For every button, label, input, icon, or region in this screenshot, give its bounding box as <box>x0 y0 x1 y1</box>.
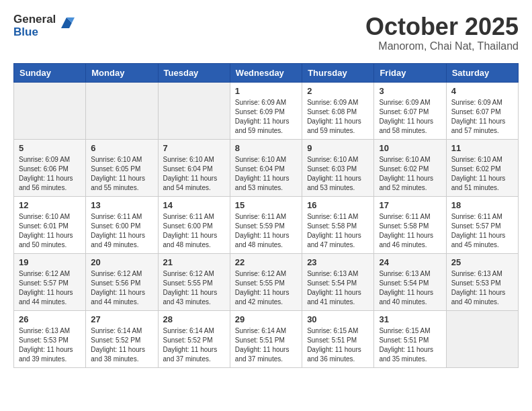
calendar-cell <box>86 82 158 139</box>
calendar-cell: 27Sunrise: 6:14 AM Sunset: 5:52 PM Dayli… <box>86 310 158 367</box>
day-number: 2 <box>307 86 369 96</box>
calendar-cell: 14Sunrise: 6:11 AM Sunset: 6:00 PM Dayli… <box>158 196 230 253</box>
day-number: 12 <box>19 200 81 210</box>
day-number: 27 <box>91 314 152 324</box>
day-info: Sunrise: 6:11 AM Sunset: 5:57 PM Dayligh… <box>451 212 513 250</box>
calendar-cell: 13Sunrise: 6:11 AM Sunset: 6:00 PM Dayli… <box>86 196 158 253</box>
calendar-cell: 6Sunrise: 6:10 AM Sunset: 6:05 PM Daylig… <box>86 139 158 196</box>
day-info: Sunrise: 6:10 AM Sunset: 6:02 PM Dayligh… <box>451 155 513 193</box>
calendar-cell: 25Sunrise: 6:13 AM Sunset: 5:53 PM Dayli… <box>446 253 518 310</box>
day-info: Sunrise: 6:15 AM Sunset: 5:51 PM Dayligh… <box>307 326 369 364</box>
day-info: Sunrise: 6:10 AM Sunset: 6:05 PM Dayligh… <box>91 155 152 193</box>
calendar-cell <box>446 310 518 367</box>
weekday-header-thursday: Thursday <box>302 63 374 82</box>
day-number: 16 <box>307 200 369 210</box>
day-number: 13 <box>91 200 152 210</box>
day-number: 19 <box>19 257 81 267</box>
day-info: Sunrise: 6:09 AM Sunset: 6:07 PM Dayligh… <box>379 98 441 136</box>
day-info: Sunrise: 6:11 AM Sunset: 6:00 PM Dayligh… <box>91 212 152 250</box>
calendar-cell: 9Sunrise: 6:10 AM Sunset: 6:03 PM Daylig… <box>302 139 374 196</box>
day-info: Sunrise: 6:09 AM Sunset: 6:08 PM Dayligh… <box>307 98 369 136</box>
day-number: 7 <box>163 143 225 153</box>
calendar-cell <box>158 82 230 139</box>
location: Manorom, Chai Nat, Thailand <box>365 40 519 52</box>
title-section: October 2025 Manorom, Chai Nat, Thailand <box>365 13 519 52</box>
logo: General Blue <box>13 13 75 38</box>
day-number: 3 <box>379 86 441 96</box>
day-number: 25 <box>451 257 513 267</box>
calendar-cell: 16Sunrise: 6:11 AM Sunset: 5:58 PM Dayli… <box>302 196 374 253</box>
day-info: Sunrise: 6:10 AM Sunset: 6:02 PM Dayligh… <box>379 155 441 193</box>
day-number: 18 <box>451 200 513 210</box>
week-row-2: 5Sunrise: 6:09 AM Sunset: 6:06 PM Daylig… <box>14 139 519 196</box>
day-info: Sunrise: 6:15 AM Sunset: 5:51 PM Dayligh… <box>379 326 441 364</box>
day-number: 17 <box>379 200 441 210</box>
calendar-cell: 30Sunrise: 6:15 AM Sunset: 5:51 PM Dayli… <box>302 310 374 367</box>
calendar-cell: 29Sunrise: 6:14 AM Sunset: 5:51 PM Dayli… <box>230 310 302 367</box>
day-info: Sunrise: 6:13 AM Sunset: 5:54 PM Dayligh… <box>307 269 369 307</box>
day-info: Sunrise: 6:11 AM Sunset: 5:59 PM Dayligh… <box>235 212 297 250</box>
calendar-cell: 19Sunrise: 6:12 AM Sunset: 5:57 PM Dayli… <box>14 253 86 310</box>
day-number: 20 <box>91 257 152 267</box>
day-number: 6 <box>91 143 152 153</box>
day-number: 26 <box>19 314 81 324</box>
day-info: Sunrise: 6:14 AM Sunset: 5:51 PM Dayligh… <box>235 326 297 364</box>
day-number: 23 <box>307 257 369 267</box>
day-info: Sunrise: 6:14 AM Sunset: 5:52 PM Dayligh… <box>91 326 152 364</box>
calendar-cell: 8Sunrise: 6:10 AM Sunset: 6:04 PM Daylig… <box>230 139 302 196</box>
calendar-header: SundayMondayTuesdayWednesdayThursdayFrid… <box>14 63 519 82</box>
calendar-cell: 17Sunrise: 6:11 AM Sunset: 5:58 PM Dayli… <box>374 196 446 253</box>
day-number: 10 <box>379 143 441 153</box>
weekday-row: SundayMondayTuesdayWednesdayThursdayFrid… <box>14 63 519 82</box>
weekday-header-wednesday: Wednesday <box>230 63 302 82</box>
day-number: 22 <box>235 257 297 267</box>
day-info: Sunrise: 6:11 AM Sunset: 5:58 PM Dayligh… <box>379 212 441 250</box>
day-info: Sunrise: 6:10 AM Sunset: 6:03 PM Dayligh… <box>307 155 369 193</box>
calendar-cell: 20Sunrise: 6:12 AM Sunset: 5:56 PM Dayli… <box>86 253 158 310</box>
calendar-cell: 7Sunrise: 6:10 AM Sunset: 6:04 PM Daylig… <box>158 139 230 196</box>
day-number: 4 <box>451 86 513 96</box>
day-info: Sunrise: 6:09 AM Sunset: 6:06 PM Dayligh… <box>19 155 81 193</box>
weekday-header-friday: Friday <box>374 63 446 82</box>
weekday-header-saturday: Saturday <box>446 63 518 82</box>
week-row-4: 19Sunrise: 6:12 AM Sunset: 5:57 PM Dayli… <box>14 253 519 310</box>
calendar-cell: 15Sunrise: 6:11 AM Sunset: 5:59 PM Dayli… <box>230 196 302 253</box>
week-row-5: 26Sunrise: 6:13 AM Sunset: 5:53 PM Dayli… <box>14 310 519 367</box>
day-number: 24 <box>379 257 441 267</box>
day-info: Sunrise: 6:12 AM Sunset: 5:55 PM Dayligh… <box>163 269 225 307</box>
day-number: 14 <box>163 200 225 210</box>
day-info: Sunrise: 6:12 AM Sunset: 5:56 PM Dayligh… <box>91 269 152 307</box>
day-number: 29 <box>235 314 297 324</box>
calendar-cell: 1Sunrise: 6:09 AM Sunset: 6:09 PM Daylig… <box>230 82 302 139</box>
logo-icon <box>58 15 75 31</box>
calendar-cell: 12Sunrise: 6:10 AM Sunset: 6:01 PM Dayli… <box>14 196 86 253</box>
calendar-cell: 11Sunrise: 6:10 AM Sunset: 6:02 PM Dayli… <box>446 139 518 196</box>
calendar-cell: 4Sunrise: 6:09 AM Sunset: 6:07 PM Daylig… <box>446 82 518 139</box>
calendar-cell: 10Sunrise: 6:10 AM Sunset: 6:02 PM Dayli… <box>374 139 446 196</box>
day-info: Sunrise: 6:13 AM Sunset: 5:54 PM Dayligh… <box>379 269 441 307</box>
logo-general: General <box>13 13 56 26</box>
calendar-cell: 2Sunrise: 6:09 AM Sunset: 6:08 PM Daylig… <box>302 82 374 139</box>
month-title: October 2025 <box>365 13 519 40</box>
calendar-cell: 21Sunrise: 6:12 AM Sunset: 5:55 PM Dayli… <box>158 253 230 310</box>
calendar-cell: 18Sunrise: 6:11 AM Sunset: 5:57 PM Dayli… <box>446 196 518 253</box>
day-number: 21 <box>163 257 225 267</box>
weekday-header-sunday: Sunday <box>14 63 86 82</box>
day-number: 5 <box>19 143 81 153</box>
page-header: General Blue October 2025 Manorom, Chai … <box>13 13 519 52</box>
day-number: 1 <box>235 86 297 96</box>
day-info: Sunrise: 6:09 AM Sunset: 6:07 PM Dayligh… <box>451 98 513 136</box>
day-number: 8 <box>235 143 297 153</box>
day-number: 31 <box>379 314 441 324</box>
calendar-cell: 26Sunrise: 6:13 AM Sunset: 5:53 PM Dayli… <box>14 310 86 367</box>
day-info: Sunrise: 6:13 AM Sunset: 5:53 PM Dayligh… <box>451 269 513 307</box>
logo-blue: Blue <box>13 26 56 39</box>
day-info: Sunrise: 6:11 AM Sunset: 5:58 PM Dayligh… <box>307 212 369 250</box>
logo-text: General Blue <box>13 13 56 38</box>
day-info: Sunrise: 6:10 AM Sunset: 6:04 PM Dayligh… <box>163 155 225 193</box>
day-info: Sunrise: 6:11 AM Sunset: 6:00 PM Dayligh… <box>163 212 225 250</box>
calendar-cell: 3Sunrise: 6:09 AM Sunset: 6:07 PM Daylig… <box>374 82 446 139</box>
calendar-cell: 24Sunrise: 6:13 AM Sunset: 5:54 PM Dayli… <box>374 253 446 310</box>
calendar-body: 1Sunrise: 6:09 AM Sunset: 6:09 PM Daylig… <box>14 82 519 367</box>
calendar-cell <box>14 82 86 139</box>
